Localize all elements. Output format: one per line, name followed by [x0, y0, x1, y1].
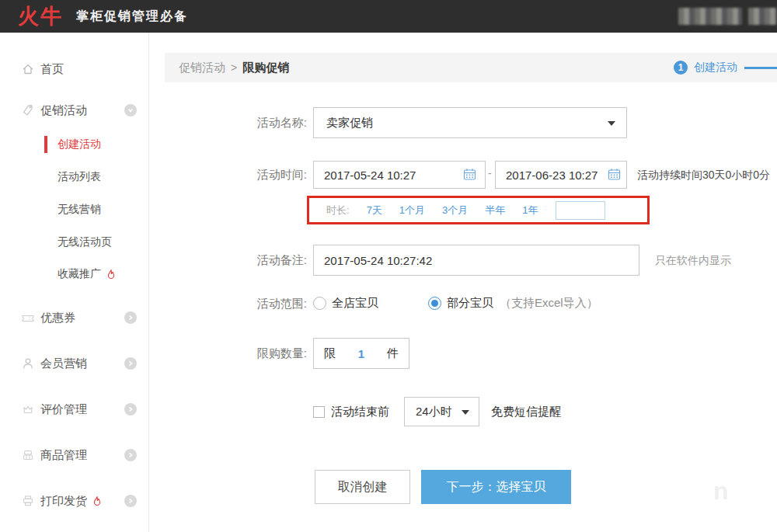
duration-option-1month[interactable]: 1个月: [399, 203, 425, 217]
sidebar-item-label: 优惠券: [40, 311, 75, 325]
activity-name-select[interactable]: 卖家促销: [313, 107, 627, 138]
form-actions: 取消创建 下一步：选择宝贝: [315, 470, 571, 504]
tag-icon: [21, 103, 35, 117]
activity-time-label: 活动时间:: [227, 168, 307, 183]
scope-hint-text: （支持Excel导入）: [500, 296, 598, 311]
breadcrumb-parent[interactable]: 促销活动: [179, 61, 225, 75]
purchase-limit-label: 限购数量:: [227, 346, 307, 361]
topbar: 火牛 掌柜促销管理必备: [0, 0, 777, 33]
sidebar-item-promotions[interactable]: 促销活动: [0, 99, 149, 121]
sidebar-subitem-wireless-activity-page[interactable]: 无线活动页: [0, 233, 149, 252]
sidebar-item-label: 首页: [40, 62, 64, 77]
flame-icon: [106, 269, 117, 280]
sidebar-item-print-shipping[interactable]: 打印发货: [0, 490, 149, 512]
calendar-icon[interactable]: [463, 168, 476, 181]
chevron-right-icon[interactable]: [124, 449, 137, 461]
sidebar-subitem-label: 活动列表: [57, 170, 101, 184]
chevron-right-icon[interactable]: [124, 357, 137, 370]
sidebar-subitem-activity-list[interactable]: 活动列表: [0, 168, 149, 186]
start-date-input[interactable]: [313, 161, 486, 189]
cancel-create-button[interactable]: 取消创建: [315, 470, 410, 504]
sidebar-item-review-management[interactable]: 评价管理: [0, 398, 149, 420]
activity-name-label: 活动名称:: [227, 116, 307, 130]
sidebar-subitem-wireless-marketing[interactable]: 无线营销: [0, 200, 149, 219]
radio-all-items-label[interactable]: 全店宝贝: [332, 296, 378, 311]
radio-partial-items-label[interactable]: 部分宝贝: [447, 296, 493, 311]
sidebar-item-label: 评价管理: [40, 402, 87, 417]
goods-icon: [21, 448, 35, 462]
sidebar-item-member-marketing[interactable]: 会员营销: [0, 353, 149, 374]
activity-scope-options: 全店宝贝 部分宝贝 （支持Excel导入）: [313, 294, 598, 311]
purchase-limit-box: 限 1 件: [313, 338, 409, 369]
limit-quantity-value[interactable]: 1: [358, 347, 364, 360]
radio-partial-items[interactable]: [428, 297, 441, 310]
activity-scope-label: 活动范围:: [227, 297, 307, 311]
activity-name-value: 卖家促销: [326, 116, 373, 130]
duration-summary-text: 活动持续时间30天0小时0分: [637, 169, 770, 183]
duration-option-7days[interactable]: 7天: [367, 203, 382, 217]
censored-account-suffix: [748, 8, 777, 25]
chevron-right-icon[interactable]: [124, 403, 137, 416]
sidebar: 首页 促销活动 创建活动 活动列表 无线营销 无线活动页 收藏推广: [0, 33, 149, 532]
sidebar-subitem-label: 无线活动页: [57, 235, 112, 249]
limit-prefix: 限: [324, 346, 336, 361]
sms-suffix-label: 免费短信提醒: [491, 405, 561, 419]
sidebar-item-coupons[interactable]: 优惠券: [0, 307, 149, 329]
member-icon: [21, 356, 35, 370]
sms-reminder-checkbox[interactable]: [313, 406, 325, 418]
duration-label: 时长:: [326, 203, 350, 217]
main-content: 促销活动 > 限购促销 1 创建活动 活动名称: 卖家促销 活动时间: - 活动…: [149, 33, 777, 532]
activity-note-input[interactable]: [313, 245, 639, 276]
flame-icon: [92, 495, 103, 507]
radio-all-items[interactable]: [313, 297, 326, 310]
chevron-right-icon[interactable]: [124, 311, 137, 324]
sidebar-item-label: 会员营销: [40, 356, 87, 371]
sms-time-value: 24小时: [416, 405, 452, 419]
sms-reminder-row: 活动结束前 24小时 免费短信提醒: [313, 396, 561, 427]
duration-option-halfyear[interactable]: 半年: [485, 203, 505, 217]
page: 火牛 掌柜促销管理必备 首页 促销活动 创建活动 活动列表: [0, 0, 777, 532]
activity-note-label: 活动备注:: [227, 253, 307, 268]
duration-shortcut-annotation-box: 时长: 7天 1个月 3个月 半年 1年: [307, 196, 650, 224]
breadcrumb-current: 限购促销: [242, 61, 289, 75]
app-logo: 火牛: [18, 0, 63, 33]
caret-down-icon: [608, 121, 615, 126]
sidebar-item-label: 打印发货: [40, 494, 103, 509]
breadcrumb-separator: >: [231, 61, 237, 74]
watermark-glyph: n: [713, 477, 729, 506]
review-icon: [21, 402, 35, 416]
note-hint-text: 只在软件内显示: [655, 254, 731, 268]
sidebar-item-home[interactable]: 首页: [0, 58, 149, 80]
chevron-down-icon[interactable]: [124, 104, 137, 116]
sidebar-item-label: 促销活动: [40, 103, 87, 118]
home-icon: [21, 62, 35, 76]
limit-unit: 件: [387, 346, 399, 361]
step-label: 创建活动: [694, 61, 737, 75]
step-number-badge: 1: [674, 61, 688, 75]
sidebar-subitem-favorite-promotion[interactable]: 收藏推广: [0, 265, 149, 283]
duration-option-1year[interactable]: 1年: [522, 203, 538, 217]
caret-down-icon: [462, 410, 469, 415]
sidebar-subitem-label: 创建活动: [57, 137, 101, 151]
censored-account-name: [678, 8, 742, 25]
calendar-icon[interactable]: [608, 168, 621, 181]
breadcrumb-bar: 促销活动 > 限购促销 1 创建活动: [165, 53, 777, 82]
sidebar-subitem-create-activity[interactable]: 创建活动: [0, 135, 149, 154]
active-indicator: [44, 136, 47, 153]
chevron-right-icon[interactable]: [124, 495, 137, 507]
sms-time-select[interactable]: 24小时: [404, 397, 479, 426]
sidebar-item-label: 商品管理: [40, 448, 87, 463]
step-indicator: 1 创建活动: [674, 61, 777, 75]
sidebar-item-goods-management[interactable]: 商品管理: [0, 444, 149, 466]
coupon-icon: [21, 311, 35, 325]
next-step-button[interactable]: 下一步：选择宝贝: [421, 470, 571, 504]
sidebar-subitem-label: 收藏推广: [57, 267, 117, 281]
step-progress-line: [744, 67, 777, 69]
date-range-separator: -: [488, 167, 492, 179]
duration-custom-input[interactable]: [556, 201, 605, 220]
app-title: 掌柜促销管理必备: [76, 9, 188, 25]
sms-checkbox-label[interactable]: 活动结束前: [331, 405, 389, 419]
sidebar-subitem-label: 无线营销: [57, 203, 101, 217]
duration-option-3months[interactable]: 3个月: [442, 203, 468, 217]
printer-icon: [21, 494, 35, 508]
